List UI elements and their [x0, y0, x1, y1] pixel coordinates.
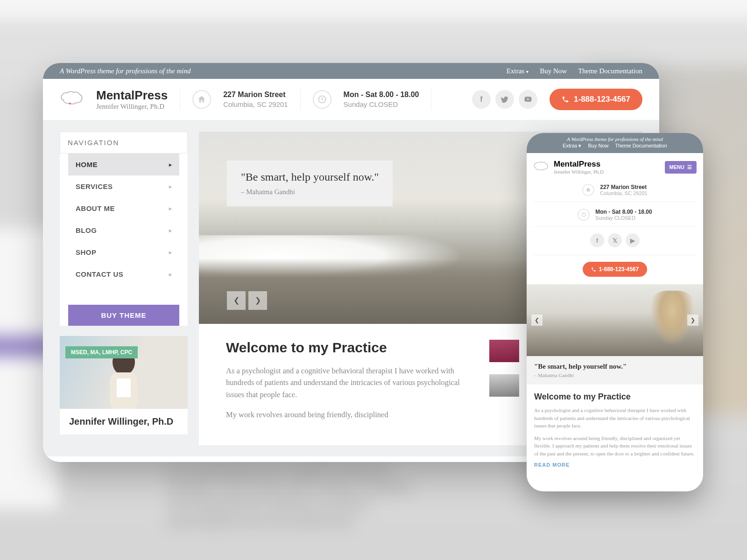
- service-thumb: [489, 340, 519, 362]
- mobile-hours-1: Mon - Sat 8.00 - 18.00: [595, 209, 652, 215]
- home-icon: [582, 184, 594, 196]
- hours-line1: Mon - Sat 8.00 - 18.00: [344, 90, 419, 100]
- mobile-slider-prev[interactable]: ❮: [531, 315, 543, 326]
- profile-name: Jennifer Willinger, Ph.D: [60, 409, 188, 434]
- profile-card: MSED, MA, LMHP, CPC Jennifer Willinger, …: [60, 336, 188, 434]
- mobile-welcome-p1: As a psychologist and a cognitive behavi…: [534, 406, 696, 430]
- chevron-right-icon: ▸: [169, 227, 172, 234]
- nav-item-home[interactable]: HOME▸: [68, 154, 179, 175]
- hero-quote-card: "Be smart, help yourself now." – Mahatma…: [227, 161, 393, 206]
- mobile-phone-cta[interactable]: 1-888-123-4567: [583, 262, 647, 277]
- mobile-address-2: Columbia, SC 29201: [600, 190, 648, 196]
- welcome-para-1: As a psychologist and a cognitive behavi…: [226, 365, 472, 401]
- home-icon: [192, 90, 211, 109]
- topbar-extras-link[interactable]: Extras▾: [507, 67, 529, 75]
- nav-item-label: ABOUT ME: [76, 204, 115, 212]
- topbar-docs-link[interactable]: Theme Documentation: [578, 67, 642, 75]
- chevron-right-icon: ▸: [169, 205, 172, 212]
- chevron-right-icon: ▸: [169, 249, 172, 256]
- sidebar-nav: HOME▸SERVICES▸ABOUT ME▸BLOG▸SHOP▸CONTACT…: [60, 132, 188, 326]
- nav-item-about-me[interactable]: ABOUT ME▸: [68, 197, 179, 219]
- clock-icon: [313, 90, 331, 109]
- buy-theme-button[interactable]: BUY THEME: [68, 305, 179, 326]
- facebook-icon[interactable]: f: [472, 90, 491, 109]
- read-more-link[interactable]: READ MORE: [534, 462, 696, 468]
- mobile-address-1: 227 Marion Street: [600, 184, 648, 190]
- phone-icon: [562, 96, 569, 103]
- svg-point-0: [69, 103, 71, 105]
- youtube-icon[interactable]: ▶: [626, 233, 640, 247]
- hours-line2: Sunday CLOSED: [344, 100, 419, 109]
- nav-search-input[interactable]: [60, 132, 188, 154]
- slider-prev-button[interactable]: ❮: [227, 291, 246, 310]
- hero-quote-text: "Be smart, help yourself now.": [241, 171, 379, 183]
- topbar-buy-link[interactable]: Buy Now: [540, 67, 567, 75]
- mobile-hero-slider: ❮ ❯: [527, 284, 703, 356]
- twitter-icon[interactable]: [495, 90, 514, 109]
- mobile-brand-title: MentalPress: [554, 160, 604, 169]
- brand-title: MentalPress: [96, 88, 168, 103]
- welcome-para-2: My work revolves around being friendly, …: [226, 409, 472, 421]
- mobile-docs-link[interactable]: Theme Documentation: [615, 143, 667, 149]
- caret-down-icon: ▾: [526, 69, 529, 74]
- nav-item-services[interactable]: SERVICES▸: [68, 175, 179, 197]
- mobile-tagline: A WordPress theme for professions of the…: [527, 136, 703, 142]
- nav-item-label: CONTACT US: [76, 270, 123, 278]
- nav-item-label: SHOP: [76, 248, 97, 256]
- chevron-right-icon: ▸: [169, 271, 172, 278]
- mobile-menu-button[interactable]: MENU ☰: [665, 161, 697, 174]
- mobile-preview-frame: A WordPress theme for professions of the…: [527, 133, 703, 491]
- hamburger-icon: ☰: [687, 164, 692, 170]
- address-line2: Columbia, SC 29201: [223, 100, 288, 109]
- address-line1: 227 Marion Street: [223, 90, 288, 100]
- brand-subtitle: Jennifer Willinger, Ph.D: [96, 103, 168, 111]
- nav-item-contact-us[interactable]: CONTACT US▸: [68, 263, 179, 285]
- mobile-topbar: A WordPress theme for professions of the…: [527, 133, 703, 153]
- nav-item-label: HOME: [76, 161, 98, 168]
- phone-icon: [591, 267, 596, 272]
- mobile-welcome-title: Welcome to my Practice: [534, 392, 696, 402]
- svg-rect-4: [117, 378, 131, 397]
- topbar-tagline: A WordPress theme for professions of the…: [60, 67, 190, 75]
- site-header: MentalPress Jennifer Willinger, Ph.D 227…: [43, 79, 659, 120]
- twitter-icon[interactable]: 𝕏: [608, 233, 622, 247]
- mobile-quote-text: "Be smart, help yourself now.": [534, 363, 696, 371]
- mobile-welcome-p2: My work revolves around being friendly, …: [534, 434, 696, 458]
- mobile-brand-subtitle: Jennifer Willinger, Ph.D: [554, 169, 604, 175]
- welcome-title: Welcome to my Practice: [226, 340, 472, 356]
- topbar: A WordPress theme for professions of the…: [43, 63, 659, 79]
- hero-quote-author: – Mahatma Gandhi: [241, 188, 379, 196]
- nav-item-label: SERVICES: [76, 182, 113, 190]
- clock-icon: [578, 209, 590, 221]
- chevron-right-icon: ▸: [169, 161, 172, 168]
- mobile-hours-2: Sunday CLOSED: [595, 215, 652, 221]
- credentials-badge: MSED, MA, LMHP, CPC: [65, 346, 138, 358]
- mobile-slider-next[interactable]: ❯: [687, 315, 698, 326]
- service-thumb: [489, 374, 519, 397]
- phone-cta-button[interactable]: 1-888-123-4567: [550, 89, 642, 110]
- mobile-buy-link[interactable]: Buy Now: [588, 143, 608, 149]
- nav-item-blog[interactable]: BLOG▸: [68, 219, 179, 241]
- chevron-right-icon: ▸: [169, 183, 172, 190]
- mobile-quote-author: – Mahatma Gandhi: [534, 372, 696, 378]
- brain-logo-icon: [60, 91, 84, 108]
- nav-item-label: BLOG: [76, 226, 97, 234]
- youtube-icon[interactable]: [519, 90, 537, 109]
- brain-logo-icon: [533, 161, 549, 173]
- facebook-icon[interactable]: f: [590, 233, 604, 247]
- slider-next-button[interactable]: ❯: [248, 291, 267, 310]
- nav-item-shop[interactable]: SHOP▸: [68, 241, 179, 263]
- mobile-extras-link[interactable]: Extras ▾: [563, 143, 581, 149]
- phone-number: 1-888-123-4567: [574, 95, 630, 104]
